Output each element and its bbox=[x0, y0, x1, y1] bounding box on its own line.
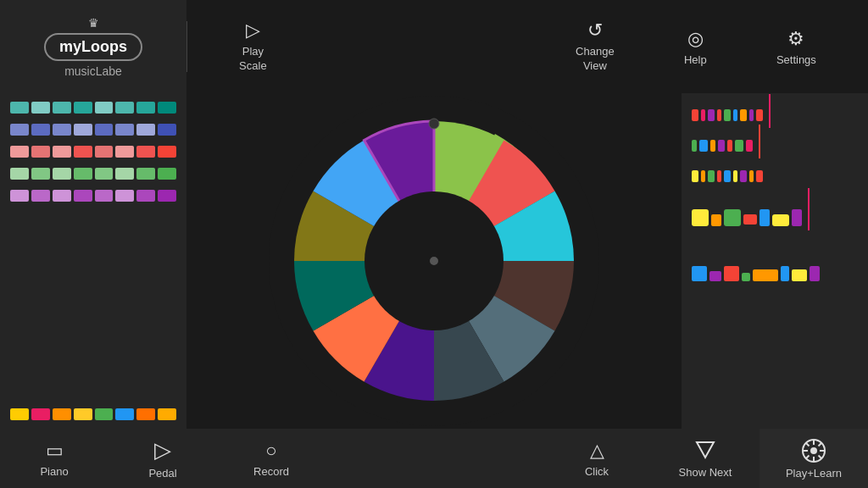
loop-block bbox=[136, 146, 155, 158]
pattern-block bbox=[733, 109, 737, 121]
loop-block bbox=[158, 190, 176, 202]
footer-piano-label: Piano bbox=[40, 465, 68, 478]
pattern-block bbox=[760, 209, 770, 226]
footer-show-next[interactable]: Show Next bbox=[651, 429, 760, 488]
loop-block bbox=[74, 102, 92, 114]
loop-block bbox=[10, 408, 29, 420]
list-item[interactable] bbox=[10, 146, 176, 158]
footer-pedal[interactable]: ◁ Pedal bbox=[108, 429, 217, 488]
pattern-block bbox=[692, 170, 698, 182]
piano-icon: ▭ bbox=[46, 440, 64, 462]
loop-block bbox=[31, 102, 50, 114]
loop-block bbox=[74, 124, 92, 136]
color-wheel[interactable] bbox=[264, 92, 604, 430]
loop-block bbox=[31, 408, 50, 420]
pattern-block bbox=[792, 269, 807, 281]
pattern-block bbox=[727, 140, 732, 152]
loop-block bbox=[115, 102, 134, 114]
play-learn-icon bbox=[801, 438, 826, 463]
nav-change-view-label: ChangeView bbox=[576, 45, 615, 74]
pattern-block bbox=[717, 109, 721, 121]
pattern-block bbox=[724, 209, 741, 226]
pattern-block bbox=[735, 140, 743, 152]
loop-block bbox=[95, 102, 114, 114]
loop-block bbox=[10, 190, 29, 202]
footer-record[interactable]: ○ Record bbox=[217, 429, 326, 488]
pattern-block bbox=[792, 209, 802, 226]
nav-play-scale[interactable]: ▷ PlayScale bbox=[239, 19, 267, 74]
svg-point-2 bbox=[430, 257, 438, 265]
nav-help[interactable]: ◎ Help bbox=[684, 28, 707, 66]
pattern-block bbox=[701, 170, 705, 182]
nav-settings-label: Settings bbox=[776, 53, 816, 66]
loop-block bbox=[115, 190, 134, 202]
footer-show-next-label: Show Next bbox=[679, 466, 732, 479]
pattern-block bbox=[753, 269, 778, 281]
svg-point-3 bbox=[429, 119, 439, 129]
loop-block bbox=[115, 146, 134, 158]
loop-block bbox=[74, 168, 92, 180]
loop-block bbox=[158, 102, 176, 114]
settings-icon: ⚙ bbox=[787, 28, 804, 50]
list-item[interactable] bbox=[10, 102, 176, 114]
loop-block bbox=[10, 102, 29, 114]
loop-block bbox=[53, 124, 71, 136]
footer: ▭ Piano ◁ Pedal ○ Record △ Click Show Ne… bbox=[0, 429, 868, 488]
pattern-block bbox=[740, 170, 747, 182]
pattern-block bbox=[756, 109, 763, 121]
pattern-block bbox=[699, 140, 708, 152]
pattern-block bbox=[717, 170, 721, 182]
pattern-block bbox=[810, 266, 820, 281]
click-icon: △ bbox=[590, 440, 604, 462]
footer-record-label: Record bbox=[253, 465, 289, 478]
list-item[interactable] bbox=[692, 168, 763, 185]
list-item[interactable] bbox=[692, 137, 760, 154]
crown-icon: ♛ bbox=[88, 16, 99, 30]
pattern-block bbox=[692, 209, 709, 226]
pattern-block bbox=[733, 170, 737, 182]
header: ♛ myLoops musicLabe ▷ PlayScale ↺ Change… bbox=[0, 0, 868, 93]
nav-play-scale-label: PlayScale bbox=[239, 45, 267, 74]
list-item[interactable] bbox=[10, 124, 176, 136]
loop-block bbox=[115, 124, 134, 136]
pattern-block bbox=[781, 266, 789, 281]
pattern-block bbox=[701, 109, 705, 121]
show-next-icon bbox=[693, 439, 717, 463]
loop-block bbox=[158, 124, 176, 136]
nav-change-view[interactable]: ↺ ChangeView bbox=[576, 19, 615, 74]
svg-line-10 bbox=[806, 442, 810, 446]
loop-block bbox=[136, 408, 155, 420]
loop-block bbox=[136, 102, 155, 114]
svg-line-13 bbox=[806, 455, 810, 458]
list-item[interactable] bbox=[692, 107, 771, 124]
pattern-block bbox=[742, 273, 750, 281]
app-subtitle: musicLabe bbox=[64, 64, 122, 78]
footer-play-learn[interactable]: Play+Learn bbox=[760, 429, 868, 488]
list-item[interactable] bbox=[10, 190, 176, 202]
list-item[interactable] bbox=[692, 251, 858, 281]
loop-block bbox=[115, 168, 134, 180]
footer-pedal-label: Pedal bbox=[148, 467, 176, 480]
list-item[interactable] bbox=[10, 408, 176, 420]
pattern-block bbox=[740, 109, 747, 121]
pattern-block bbox=[692, 109, 698, 121]
loop-block bbox=[31, 146, 50, 158]
logo-button[interactable]: myLoops bbox=[44, 33, 142, 61]
loop-block bbox=[136, 124, 155, 136]
pattern-block bbox=[709, 271, 721, 281]
pattern-block bbox=[692, 266, 707, 281]
pattern-block bbox=[724, 170, 731, 182]
pattern-block bbox=[724, 109, 731, 121]
footer-piano[interactable]: ▭ Piano bbox=[0, 429, 108, 488]
footer-click-label: Click bbox=[585, 465, 609, 478]
pattern-block bbox=[743, 214, 757, 225]
loop-block bbox=[95, 124, 114, 136]
list-item[interactable] bbox=[692, 205, 858, 230]
main-content bbox=[186, 93, 682, 429]
loop-block bbox=[10, 124, 29, 136]
loop-block bbox=[158, 408, 176, 420]
list-item[interactable] bbox=[10, 168, 176, 180]
loop-block bbox=[158, 168, 176, 180]
footer-click[interactable]: △ Click bbox=[542, 429, 651, 488]
nav-settings[interactable]: ⚙ Settings bbox=[776, 28, 816, 66]
